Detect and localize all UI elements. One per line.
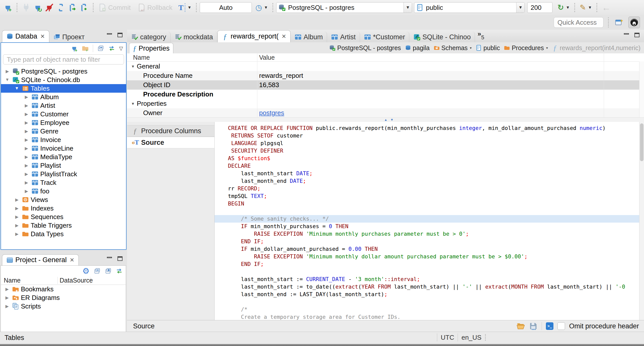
commit-button[interactable]: Commit — [97, 2, 132, 14]
property-row-procedure-description[interactable]: Procedure Description — [127, 90, 644, 99]
expand-arrow-icon[interactable]: ▶ — [23, 137, 30, 143]
tree-item-invoiceline[interactable]: ▶InvoiceLine — [1, 144, 126, 153]
column-header-value[interactable]: Value — [257, 54, 275, 61]
disconnect-button[interactable]: path d="M8 1.5v5.5M16 1.5v5.5" stroke="#… — [44, 2, 55, 14]
minimize-icon[interactable] — [624, 32, 629, 39]
expand-arrow-icon[interactable]: ▶ — [14, 197, 20, 202]
code-scrollbar[interactable] — [639, 122, 644, 320]
tree-item-sqlite-chinook-db[interactable]: ▼SQLite - Chinook.db — [1, 76, 126, 84]
properties-scrollbar[interactable] — [639, 61, 644, 117]
collapse-arrow-icon[interactable]: ▼ — [131, 64, 135, 68]
breadcrumb-public[interactable]: public — [476, 44, 500, 52]
reconnect-button[interactable]: path d="M8 1.5v5.5M16 1.5v5.5" stroke="#… — [32, 2, 44, 14]
editor-tab-mockdata[interactable]: mockdata — [171, 32, 217, 42]
tree-item-tables[interactable]: ▼Tables — [1, 84, 126, 93]
tree-item-employee[interactable]: ▶Employee — [1, 118, 126, 127]
scrollbar-thumb[interactable] — [640, 123, 643, 161]
object-filter-input[interactable] — [3, 54, 124, 64]
gear-icon[interactable]: ⚙ — [82, 267, 90, 275]
new-sql-editor-button[interactable] — [55, 2, 67, 14]
property-row-object-id[interactable]: Object ID16,583 — [127, 80, 644, 90]
project-item-scripts[interactable]: ▶Scripts — [1, 302, 126, 310]
connection-dropdown-button[interactable]: ▼ — [404, 3, 412, 13]
expand-arrow-icon[interactable]: ▶ — [14, 214, 20, 220]
column-header-datasource[interactable]: DataSource — [58, 277, 90, 284]
chevron-down-icon[interactable]: ▾ — [470, 46, 472, 50]
minimize-icon[interactable] — [107, 256, 112, 262]
property-row-properties[interactable]: ▼Properties — [127, 99, 644, 108]
pane-splitter[interactable]: ▲ ▼ — [127, 117, 644, 122]
tree-item-sequences[interactable]: ▶Sequences — [1, 213, 126, 221]
property-value[interactable]: 16,583 — [257, 81, 644, 89]
expand-arrow-icon[interactable]: ▶ — [23, 189, 30, 194]
editor-tab-category[interactable]: category — [127, 32, 171, 42]
source-code-editor[interactable]: CREATE OR REPLACE FUNCTION public.reward… — [215, 122, 639, 320]
tree-item-genre[interactable]: ▶Genre — [1, 127, 126, 135]
quick-access-input[interactable] — [554, 17, 603, 28]
property-row-owner[interactable]: Ownerpostgres — [127, 108, 644, 118]
edit-button[interactable]: ✎▼ — [578, 2, 593, 14]
column-divider[interactable] — [604, 53, 604, 117]
editor-tab-rewards-report[interactable]: ƒrewards_report(✕ — [217, 30, 291, 43]
subtab-source[interactable]: ‹›TSource — [127, 137, 214, 148]
open-sql-script-button[interactable] — [67, 2, 78, 14]
expand-arrow-icon[interactable]: ▶ — [23, 154, 30, 160]
close-icon[interactable]: ✕ — [70, 257, 74, 263]
expand-arrow-icon[interactable]: ▶ — [23, 120, 30, 125]
expand-arrow-icon[interactable]: ▶ — [23, 94, 30, 100]
tree-item-postgresql-postgres[interactable]: ▶PostgreSQL - postgres — [1, 67, 126, 76]
dbeaver-perspective-button[interactable] — [628, 17, 640, 28]
new-connection-button[interactable]: path d="M8 1.5v5.5M16 1.5v5.5" stroke="#… — [71, 45, 78, 52]
connection-select[interactable]: PostgreSQL - postgres ▼ — [276, 2, 412, 13]
tree-item-playlist[interactable]: ▶Playlist — [1, 161, 126, 170]
save-to-file-button[interactable] — [529, 322, 538, 330]
tab-projects[interactable]: Проект — [49, 32, 89, 42]
collapse-all-button[interactable] — [94, 267, 101, 274]
tab-project-general[interactable]: Project - General ✕ — [2, 254, 79, 266]
schema-select[interactable]: public ▼ — [414, 2, 525, 13]
collapse-arrow-icon[interactable]: ▼ — [4, 77, 11, 82]
breadcrumb-postgresql-postgres[interactable]: PostgreSQL - postgres — [329, 44, 401, 52]
column-header-name[interactable]: Name — [1, 277, 58, 284]
tab-properties[interactable]: ƒ Properties — [129, 43, 173, 54]
tree-item-artist[interactable]: ▶Artist — [1, 101, 126, 110]
expand-arrow-icon[interactable]: ▶ — [23, 180, 30, 185]
locale-label[interactable]: en_US — [461, 334, 481, 341]
tree-item-customer[interactable]: ▶Customer — [1, 110, 126, 118]
expand-arrow-icon[interactable]: ▶ — [4, 295, 10, 300]
column-header-name[interactable]: Name — [127, 54, 257, 61]
new-folder-button[interactable]: + — [82, 45, 89, 52]
omit-procedure-header-checkbox[interactable] — [557, 322, 565, 330]
expand-arrow-icon[interactable]: ▶ — [23, 171, 30, 177]
splitter-arrows-icon[interactable]: ▲ ▼ — [384, 118, 394, 122]
owner-link[interactable]: postgres — [259, 109, 284, 117]
collapse-arrow-icon[interactable]: ▼ — [14, 86, 20, 91]
collapse-all-button[interactable] — [97, 45, 104, 52]
project-item-bookmarks[interactable]: ▶★Bookmarks — [1, 285, 126, 293]
expand-arrow-icon[interactable]: ▶ — [23, 146, 30, 151]
expand-arrow-icon[interactable]: ▶ — [4, 304, 10, 309]
expand-arrow-icon[interactable]: ▶ — [14, 206, 20, 211]
expand-arrow-icon[interactable]: ▶ — [4, 69, 11, 74]
tree-item-invoice[interactable]: ▶Invoice — [1, 135, 126, 144]
maximize-icon[interactable] — [117, 32, 123, 39]
link-with-editor-button[interactable] — [108, 45, 115, 52]
connect-button[interactable] — [20, 2, 32, 14]
breadcrumb-schemas[interactable]: Schemas▾ — [434, 44, 472, 52]
tree-item-track[interactable]: ▶Track — [1, 178, 126, 187]
open-in-sql-console-icon[interactable]: >_ — [546, 322, 553, 330]
expand-arrow-icon[interactable]: ▶ — [23, 129, 30, 134]
collapse-arrow-icon[interactable]: ▼ — [131, 101, 135, 106]
minimize-icon[interactable] — [107, 32, 112, 39]
fetch-size-input[interactable] — [527, 2, 552, 13]
back-button[interactable]: ← — [600, 2, 612, 14]
expand-arrow-icon[interactable]: ▶ — [4, 287, 10, 292]
tree-item-data-types[interactable]: ▶Data Types — [1, 230, 126, 238]
transaction-log-button[interactable]: ◷▼ — [254, 2, 269, 14]
view-menu-icon[interactable]: ▽ — [119, 46, 123, 51]
subtab-procedure-columns[interactable]: ƒProcedure Columns — [127, 125, 214, 137]
tree-item-views[interactable]: ▶Views — [1, 195, 126, 204]
omit-procedure-header-label[interactable]: Omit procedure header — [569, 322, 639, 330]
expand-arrow-icon[interactable]: ▶ — [23, 103, 30, 108]
chevron-down-icon[interactable]: ▾ — [546, 46, 548, 50]
